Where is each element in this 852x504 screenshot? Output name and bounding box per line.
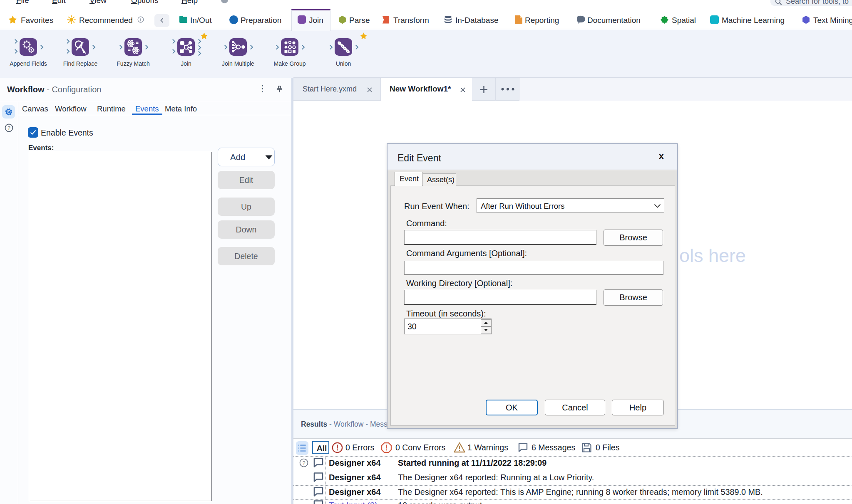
svg-text:?: ?	[302, 460, 305, 466]
svg-text:?: ?	[7, 125, 10, 131]
